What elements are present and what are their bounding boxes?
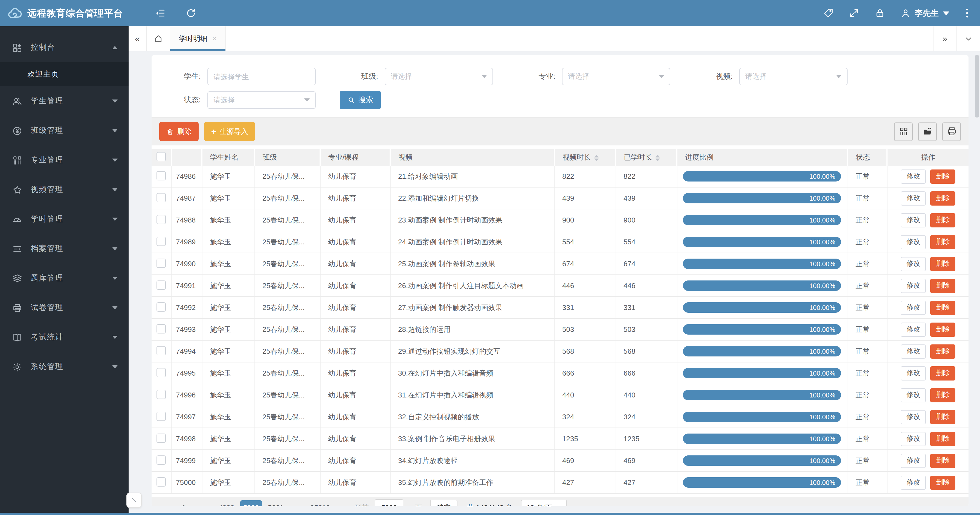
delete-row-button[interactable]: 删除	[931, 213, 956, 227]
row-checkbox[interactable]	[157, 324, 166, 333]
tab-hours-detail[interactable]: 学时明细 ×	[170, 26, 226, 51]
major-select[interactable]: 请选择	[562, 68, 670, 85]
row-checkbox[interactable]	[157, 302, 166, 311]
delete-row-button[interactable]: 删除	[931, 475, 956, 490]
edit-row-button[interactable]: 修改	[901, 475, 926, 490]
edit-row-button[interactable]: 修改	[901, 366, 926, 380]
fullscreen-icon[interactable]	[849, 8, 860, 19]
edit-row-button[interactable]: 修改	[901, 191, 926, 205]
home-tab-button[interactable]	[146, 26, 170, 51]
row-checkbox[interactable]	[157, 236, 166, 246]
goto-page-input[interactable]	[375, 499, 403, 506]
row-checkbox[interactable]	[157, 258, 166, 268]
delete-row-button[interactable]: 删除	[931, 169, 956, 184]
delete-row-button[interactable]: 删除	[931, 191, 956, 205]
row-checkbox[interactable]	[157, 477, 166, 486]
row-checkbox[interactable]	[157, 411, 166, 421]
delete-row-button[interactable]: 删除	[931, 344, 956, 358]
tabs-menu-button[interactable]	[956, 26, 980, 51]
class-select[interactable]: 请选择	[385, 68, 493, 85]
sidebar-item[interactable]: 专业管理	[0, 146, 129, 175]
edit-row-button[interactable]: 修改	[901, 432, 926, 446]
print-button[interactable]	[942, 122, 961, 141]
student-input[interactable]	[207, 68, 316, 85]
edit-row-button[interactable]: 修改	[901, 344, 926, 358]
edit-row-button[interactable]: 修改	[901, 388, 926, 402]
sidebar-item[interactable]: 学时管理	[0, 204, 129, 234]
row-checkbox-cell	[151, 384, 171, 406]
lock-icon[interactable]	[874, 8, 885, 19]
sidebar-item[interactable]: 系统管理	[0, 352, 129, 382]
delete-row-button[interactable]: 删除	[931, 410, 956, 424]
columns-toggle-button[interactable]	[894, 122, 913, 141]
row-checkbox[interactable]	[157, 171, 166, 180]
row-checkbox[interactable]	[157, 455, 166, 464]
delete-row-button[interactable]: 删除	[931, 257, 956, 271]
edit-row-button[interactable]: 修改	[901, 257, 926, 271]
row-checkbox[interactable]	[157, 215, 166, 224]
video-select[interactable]: 请选择	[739, 68, 848, 85]
tab-close-icon[interactable]: ×	[212, 35, 216, 43]
row-checkbox[interactable]	[157, 346, 166, 355]
delete-row-button[interactable]: 删除	[931, 366, 956, 380]
delete-row-button[interactable]: 删除	[931, 300, 956, 315]
delete-selected-button[interactable]: 删除	[159, 122, 199, 141]
page-number[interactable]: 4999	[216, 500, 237, 506]
row-checkbox[interactable]	[157, 433, 166, 442]
row-checkbox[interactable]	[157, 368, 166, 377]
edit-row-button[interactable]: 修改	[901, 213, 926, 227]
page-number[interactable]: 95610	[307, 500, 332, 506]
delete-row-button[interactable]: 删除	[931, 279, 956, 293]
export-button[interactable]	[918, 122, 937, 141]
edit-row-button[interactable]: 修改	[901, 169, 926, 184]
sidebar-item[interactable]: 视频管理	[0, 175, 129, 204]
delete-row-button[interactable]: 删除	[931, 235, 956, 249]
delete-row-button[interactable]: 删除	[931, 432, 956, 446]
tabs-scroll-right-button[interactable]: »	[933, 26, 956, 51]
page-number[interactable]: 5001	[265, 500, 287, 506]
sidebar-item[interactable]: 题库管理	[0, 263, 129, 293]
edit-row-button[interactable]: 修改	[901, 279, 926, 293]
page-size-select[interactable]: 10 条/页	[521, 499, 566, 506]
edit-row-button[interactable]: 修改	[901, 410, 926, 424]
delete-row-button[interactable]: 删除	[931, 322, 956, 336]
vertical-scrollbar[interactable]	[975, 55, 979, 117]
exam-paper-icon	[12, 303, 22, 313]
kebab-menu-icon[interactable]	[964, 8, 970, 19]
refresh-icon[interactable]	[186, 8, 196, 19]
edit-row-button[interactable]: 修改	[901, 300, 926, 315]
user-menu[interactable]: 李先生	[900, 8, 949, 19]
major-label: 专业:	[506, 71, 562, 81]
floating-corner-widget[interactable]	[126, 493, 142, 508]
row-checkbox[interactable]	[157, 390, 166, 399]
row-checkbox[interactable]	[157, 193, 166, 202]
prev-page-button[interactable]: ‹	[159, 503, 170, 506]
sort-icon[interactable]	[594, 154, 599, 161]
sidebar-item[interactable]: 考试统计	[0, 323, 129, 352]
sidebar-item[interactable]: 班级管理	[0, 116, 129, 146]
edit-row-button[interactable]: 修改	[901, 322, 926, 336]
progress-bar: 100.00%	[682, 280, 841, 291]
sort-icon[interactable]	[655, 154, 660, 161]
tag-icon[interactable]	[823, 8, 834, 19]
page-number[interactable]: 1	[173, 500, 195, 506]
sidebar-subitem-welcome[interactable]: 欢迎主页	[0, 62, 129, 86]
status-select[interactable]: 请选择	[207, 91, 316, 109]
sidebar-item[interactable]: 试卷管理	[0, 293, 129, 323]
delete-row-button[interactable]: 删除	[931, 453, 956, 468]
menu-fold-icon[interactable]	[155, 8, 166, 19]
next-page-button[interactable]: ›	[336, 503, 346, 506]
sidebar-item[interactable]: 档案管理	[0, 234, 129, 263]
goto-confirm-button[interactable]: 确定	[430, 499, 457, 506]
import-students-button[interactable]: + 生源导入	[204, 122, 255, 141]
delete-row-button[interactable]: 删除	[931, 388, 956, 402]
row-checkbox[interactable]	[157, 280, 166, 290]
edit-row-button[interactable]: 修改	[901, 453, 926, 468]
sidebar-item[interactable]: 控制台	[0, 33, 129, 62]
sidebar-item[interactable]: 学生管理	[0, 86, 129, 116]
edit-row-button[interactable]: 修改	[901, 235, 926, 249]
search-button[interactable]: 搜索	[340, 91, 381, 109]
select-all-checkbox[interactable]	[156, 152, 166, 161]
tabs-scroll-left-button[interactable]: «	[129, 26, 146, 51]
page-number[interactable]: 5000	[240, 500, 262, 506]
